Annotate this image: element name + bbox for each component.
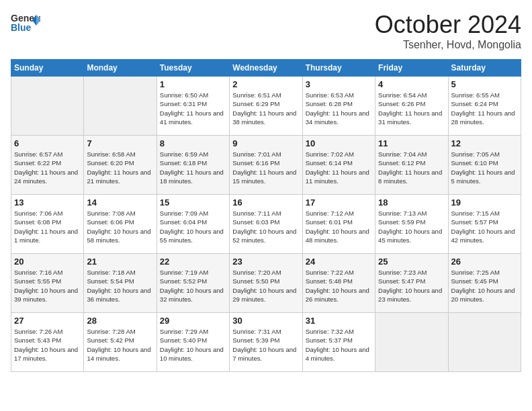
weekday-header-cell: Monday [84, 60, 157, 77]
day-info: Sunrise: 7:04 AM Sunset: 6:12 PM Dayligh… [378, 150, 445, 185]
day-info: Sunrise: 7:02 AM Sunset: 6:14 PM Dayligh… [306, 150, 372, 185]
day-number: 13 [14, 197, 81, 208]
day-number: 16 [232, 197, 299, 208]
calendar-day-cell: 10Sunrise: 7:02 AM Sunset: 6:14 PM Dayli… [302, 136, 375, 195]
day-number: 8 [160, 138, 226, 148]
day-number: 30 [232, 316, 299, 326]
calendar-day-cell: 15Sunrise: 7:09 AM Sunset: 6:04 PM Dayli… [157, 195, 229, 254]
day-number: 31 [306, 316, 372, 326]
calendar-day-cell: 5Sunrise: 6:55 AM Sunset: 6:24 PM Daylig… [448, 77, 521, 136]
day-number: 6 [14, 138, 81, 148]
calendar-week-row: 20Sunrise: 7:16 AM Sunset: 5:55 PM Dayli… [11, 254, 521, 313]
day-info: Sunrise: 6:53 AM Sunset: 6:28 PM Dayligh… [306, 91, 372, 126]
day-number: 2 [232, 79, 299, 89]
calendar-day-cell: 7Sunrise: 6:58 AM Sunset: 6:20 PM Daylig… [84, 136, 157, 195]
day-info: Sunrise: 6:57 AM Sunset: 6:22 PM Dayligh… [14, 150, 81, 185]
day-info: Sunrise: 7:13 AM Sunset: 5:59 PM Dayligh… [378, 209, 445, 244]
day-number: 21 [87, 257, 153, 267]
svg-text:Blue: Blue [11, 22, 32, 33]
day-info: Sunrise: 7:16 AM Sunset: 5:55 PM Dayligh… [14, 268, 81, 304]
day-info: Sunrise: 7:23 AM Sunset: 5:47 PM Dayligh… [378, 268, 445, 304]
calendar-day-cell: 30Sunrise: 7:31 AM Sunset: 5:39 PM Dayli… [230, 313, 302, 372]
day-info: Sunrise: 7:29 AM Sunset: 5:40 PM Dayligh… [160, 327, 226, 363]
calendar-week-row: 27Sunrise: 7:26 AM Sunset: 5:43 PM Dayli… [11, 313, 521, 372]
calendar-header: SundayMondayTuesdayWednesdayThursdayFrid… [11, 60, 521, 77]
weekday-header-row: SundayMondayTuesdayWednesdayThursdayFrid… [11, 60, 521, 77]
logo: General Blue [11, 11, 40, 36]
day-info: Sunrise: 6:59 AM Sunset: 6:18 PM Dayligh… [160, 150, 226, 185]
day-number: 4 [378, 79, 445, 89]
calendar-day-cell: 24Sunrise: 7:22 AM Sunset: 5:48 PM Dayli… [302, 254, 375, 313]
calendar-day-cell: 29Sunrise: 7:29 AM Sunset: 5:40 PM Dayli… [157, 313, 229, 372]
calendar-table: SundayMondayTuesdayWednesdayThursdayFrid… [11, 59, 521, 372]
weekday-header-cell: Wednesday [230, 60, 302, 77]
calendar-day-cell: 9Sunrise: 7:01 AM Sunset: 6:16 PM Daylig… [230, 136, 302, 195]
location-subtitle: Tsenher, Hovd, Mongolia [375, 39, 521, 51]
day-number: 19 [451, 197, 518, 208]
day-number: 18 [378, 197, 445, 208]
day-info: Sunrise: 7:26 AM Sunset: 5:43 PM Dayligh… [14, 327, 81, 363]
day-info: Sunrise: 6:51 AM Sunset: 6:29 PM Dayligh… [232, 91, 299, 126]
calendar-day-cell: 8Sunrise: 6:59 AM Sunset: 6:18 PM Daylig… [157, 136, 229, 195]
calendar-day-cell: 23Sunrise: 7:20 AM Sunset: 5:50 PM Dayli… [230, 254, 302, 313]
day-info: Sunrise: 7:01 AM Sunset: 6:16 PM Dayligh… [232, 150, 299, 185]
day-info: Sunrise: 7:15 AM Sunset: 5:57 PM Dayligh… [451, 209, 518, 244]
day-number: 22 [160, 257, 226, 267]
day-info: Sunrise: 7:18 AM Sunset: 5:54 PM Dayligh… [87, 268, 153, 304]
logo-icon: General Blue [11, 11, 40, 36]
day-info: Sunrise: 7:05 AM Sunset: 6:10 PM Dayligh… [451, 150, 518, 185]
calendar-day-cell [448, 313, 521, 372]
calendar-day-cell: 6Sunrise: 6:57 AM Sunset: 6:22 PM Daylig… [11, 136, 84, 195]
calendar-day-cell: 31Sunrise: 7:32 AM Sunset: 5:37 PM Dayli… [302, 313, 375, 372]
weekday-header-cell: Thursday [302, 60, 375, 77]
day-info: Sunrise: 7:32 AM Sunset: 5:37 PM Dayligh… [306, 327, 372, 363]
calendar-body: 1Sunrise: 6:50 AM Sunset: 6:31 PM Daylig… [11, 77, 521, 372]
weekday-header-cell: Friday [375, 60, 448, 77]
day-info: Sunrise: 7:19 AM Sunset: 5:52 PM Dayligh… [160, 268, 226, 304]
day-number: 11 [378, 138, 445, 148]
calendar-day-cell [11, 77, 84, 136]
day-info: Sunrise: 7:09 AM Sunset: 6:04 PM Dayligh… [160, 209, 226, 244]
calendar-day-cell: 12Sunrise: 7:05 AM Sunset: 6:10 PM Dayli… [448, 136, 521, 195]
day-number: 24 [306, 257, 372, 267]
day-number: 9 [232, 138, 299, 148]
day-number: 23 [232, 257, 299, 267]
day-info: Sunrise: 6:55 AM Sunset: 6:24 PM Dayligh… [451, 91, 518, 126]
calendar-day-cell: 28Sunrise: 7:28 AM Sunset: 5:42 PM Dayli… [84, 313, 157, 372]
calendar-day-cell: 18Sunrise: 7:13 AM Sunset: 5:59 PM Dayli… [375, 195, 448, 254]
day-info: Sunrise: 7:31 AM Sunset: 5:39 PM Dayligh… [232, 327, 299, 363]
day-number: 28 [87, 316, 153, 326]
day-number: 10 [306, 138, 372, 148]
calendar-day-cell: 19Sunrise: 7:15 AM Sunset: 5:57 PM Dayli… [448, 195, 521, 254]
day-number: 20 [14, 257, 81, 267]
month-title: October 2024 [375, 11, 521, 39]
calendar-day-cell: 2Sunrise: 6:51 AM Sunset: 6:29 PM Daylig… [230, 77, 302, 136]
calendar-day-cell: 16Sunrise: 7:11 AM Sunset: 6:03 PM Dayli… [230, 195, 302, 254]
calendar-day-cell: 1Sunrise: 6:50 AM Sunset: 6:31 PM Daylig… [157, 77, 229, 136]
calendar-day-cell: 14Sunrise: 7:08 AM Sunset: 6:06 PM Dayli… [84, 195, 157, 254]
day-info: Sunrise: 7:12 AM Sunset: 6:01 PM Dayligh… [306, 209, 372, 244]
day-number: 3 [306, 79, 372, 89]
calendar-day-cell: 4Sunrise: 6:54 AM Sunset: 6:26 PM Daylig… [375, 77, 448, 136]
day-number: 14 [87, 197, 153, 208]
calendar-day-cell: 3Sunrise: 6:53 AM Sunset: 6:28 PM Daylig… [302, 77, 375, 136]
calendar-day-cell: 13Sunrise: 7:06 AM Sunset: 6:08 PM Dayli… [11, 195, 84, 254]
day-info: Sunrise: 7:22 AM Sunset: 5:48 PM Dayligh… [306, 268, 372, 304]
calendar-day-cell [375, 313, 448, 372]
calendar-day-cell: 27Sunrise: 7:26 AM Sunset: 5:43 PM Dayli… [11, 313, 84, 372]
calendar-day-cell: 17Sunrise: 7:12 AM Sunset: 6:01 PM Dayli… [302, 195, 375, 254]
day-info: Sunrise: 6:58 AM Sunset: 6:20 PM Dayligh… [87, 150, 153, 185]
calendar-week-row: 6Sunrise: 6:57 AM Sunset: 6:22 PM Daylig… [11, 136, 521, 195]
calendar-day-cell: 22Sunrise: 7:19 AM Sunset: 5:52 PM Dayli… [157, 254, 229, 313]
calendar-day-cell [84, 77, 157, 136]
day-number: 27 [14, 316, 81, 326]
calendar-day-cell: 26Sunrise: 7:25 AM Sunset: 5:45 PM Dayli… [448, 254, 521, 313]
day-info: Sunrise: 7:06 AM Sunset: 6:08 PM Dayligh… [14, 209, 81, 244]
weekday-header-cell: Saturday [448, 60, 521, 77]
day-info: Sunrise: 7:20 AM Sunset: 5:50 PM Dayligh… [232, 268, 299, 304]
day-number: 26 [451, 257, 518, 267]
day-info: Sunrise: 6:54 AM Sunset: 6:26 PM Dayligh… [378, 91, 445, 126]
day-number: 29 [160, 316, 226, 326]
day-number: 5 [451, 79, 518, 89]
calendar-week-row: 1Sunrise: 6:50 AM Sunset: 6:31 PM Daylig… [11, 77, 521, 136]
